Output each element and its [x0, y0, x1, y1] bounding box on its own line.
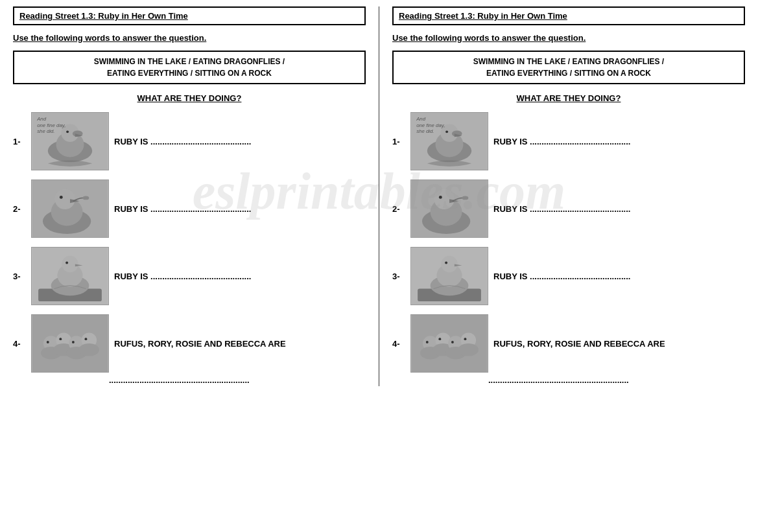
image-duck-eating	[31, 179, 109, 238]
answer-text: RUBY IS ................................…	[493, 272, 630, 281]
svg-point-22	[65, 262, 68, 264]
question-row-2: 2- RUBY IS .............................…	[392, 179, 745, 238]
svg-point-51	[439, 196, 442, 199]
svg-point-70	[426, 341, 429, 343]
image-ducks-group	[410, 314, 488, 373]
answer-text: RUFUS, RORY, ROSIE AND REBECCA ARE	[114, 339, 286, 349]
column-2: Reading Street 1.3: Ruby in Her Own Time…	[392, 6, 745, 386]
question-row-3: 3- RUBY IS .............................…	[13, 247, 366, 305]
svg-point-32	[79, 343, 99, 356]
svg-point-50	[434, 189, 455, 209]
question-number: 4-	[392, 339, 405, 349]
answer-text: RUBY IS ................................…	[114, 204, 251, 214]
question-number: 3-	[392, 272, 405, 281]
image-duck-swimming: And one fine day, she did.	[31, 112, 109, 170]
svg-text:she did.: she did.	[416, 128, 434, 134]
question-item: 3- RUBY IS .............................…	[392, 247, 745, 308]
question-number: 4-	[13, 339, 26, 349]
question-row-4: 4- RUFUS, RORY, ROSIE AND REBECCA ARE	[13, 314, 366, 373]
image-duck-swimming: And one fine day, she did.	[410, 112, 488, 170]
svg-text:And: And	[416, 116, 426, 122]
section-title: WHAT ARE THEY DOING?	[392, 89, 745, 107]
image-duck-eating	[410, 179, 488, 238]
word-bank: SWIMMING IN THE LAKE / EATING DRAGONFLIE…	[13, 51, 366, 84]
svg-point-21	[62, 256, 78, 272]
column-1: Reading Street 1.3: Ruby in Her Own Time…	[13, 6, 366, 386]
question-item: 1- And one fine day, she did. RUBY IS ..…	[392, 112, 745, 173]
column-divider	[379, 6, 379, 386]
answer-continuation: ........................................…	[13, 375, 366, 385]
svg-point-59	[445, 262, 447, 264]
page-wrapper: Reading Street 1.3: Ruby in Her Own Time…	[0, 0, 758, 393]
image-duck-sitting	[31, 247, 109, 305]
question-item: 3- RUBY IS .............................…	[13, 247, 366, 308]
question-item: 2- RUBY IS .............................…	[392, 179, 745, 240]
svg-point-34	[59, 338, 62, 340]
instruction-text: Use the following words to answer the qu…	[392, 30, 745, 45]
question-row-4: 4- RUFUS, RORY, ROSIE AND REBECCA ARE	[392, 314, 745, 373]
svg-point-53	[462, 196, 469, 200]
svg-point-42	[445, 130, 448, 133]
answer-text: RUBY IS ................................…	[114, 272, 251, 281]
question-item: 4- RUFUS, RORY, ROSIE AND REBECCA ARE...…	[13, 314, 366, 385]
question-number: 3-	[13, 272, 26, 281]
word-bank: SWIMMING IN THE LAKE / EATING DRAGONFLIE…	[392, 51, 745, 84]
instruction-text: Use the following words to answer the qu…	[13, 30, 366, 45]
question-item: 2- RUBY IS .............................…	[13, 179, 366, 240]
question-row-3: 3- RUBY IS .............................…	[392, 247, 745, 305]
svg-point-71	[438, 338, 441, 340]
section-title: WHAT ARE THEY DOING?	[13, 89, 366, 107]
svg-point-35	[72, 341, 75, 343]
svg-point-73	[464, 338, 466, 340]
svg-point-69	[458, 343, 479, 356]
image-duck-sitting	[410, 247, 488, 305]
svg-text:she did.: she did.	[37, 128, 54, 134]
svg-point-36	[84, 338, 87, 340]
question-number: 1-	[13, 137, 26, 146]
answer-text: RUBY IS ................................…	[114, 137, 251, 146]
answer-continuation: ........................................…	[392, 375, 745, 385]
svg-point-58	[441, 256, 457, 272]
question-item: 4- RUFUS, RORY, ROSIE AND REBECCA ARE...…	[392, 314, 745, 385]
svg-point-33	[47, 341, 49, 343]
svg-text:one fine day,: one fine day,	[37, 122, 65, 128]
question-row-1: 1- And one fine day, she did. RUBY IS ..…	[392, 112, 745, 170]
question-row-2: 2- RUBY IS .............................…	[13, 179, 366, 238]
question-number: 2-	[392, 204, 405, 214]
question-item: 1- And one fine day, she did. RUBY IS ..…	[13, 112, 366, 173]
svg-point-72	[451, 341, 454, 343]
worksheet-title: Reading Street 1.3: Ruby in Her Own Time	[13, 6, 366, 25]
svg-text:And: And	[36, 116, 47, 122]
question-row-1: 1- And one fine day, she did. RUBY IS ..…	[13, 112, 366, 170]
svg-text:one fine day,: one fine day,	[416, 122, 445, 128]
answer-text: RUBY IS ................................…	[493, 204, 630, 214]
svg-point-13	[55, 189, 75, 209]
worksheet-title: Reading Street 1.3: Ruby in Her Own Time	[392, 6, 745, 25]
svg-point-5	[66, 130, 69, 133]
answer-text: RUBY IS ................................…	[493, 137, 630, 146]
question-number: 1-	[392, 137, 405, 146]
svg-point-14	[60, 196, 63, 199]
image-ducks-group	[31, 314, 109, 373]
question-number: 2-	[13, 204, 26, 214]
answer-text: RUFUS, RORY, ROSIE AND REBECCA ARE	[493, 339, 665, 349]
svg-point-16	[83, 196, 89, 200]
